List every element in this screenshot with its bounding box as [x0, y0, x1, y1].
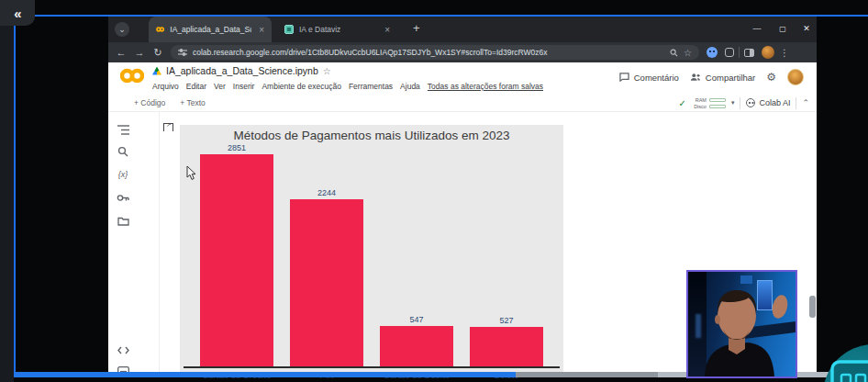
divider	[796, 97, 796, 109]
account-avatar[interactable]	[787, 69, 804, 85]
robot-cassette-icon	[830, 360, 868, 382]
add-code-button[interactable]: + Código	[134, 98, 165, 107]
zoom-icon[interactable]	[670, 49, 678, 57]
ram-usage-bar	[709, 98, 726, 102]
collapse-sidebar-button[interactable]: «	[0, 0, 35, 26]
bar-boleto	[470, 327, 543, 366]
menu-item-editar[interactable]: Editar	[186, 82, 206, 91]
table-of-contents-icon[interactable]	[115, 121, 131, 138]
collapse-toolbar-icon[interactable]: ⌃	[802, 98, 809, 107]
bar-cartão-de-débito	[380, 326, 453, 366]
colab-favicon	[156, 26, 164, 33]
robot-face-icon	[746, 98, 755, 107]
colab-header: IA_aplicada_a_Data_Science.ipynb ☆ Arqui…	[108, 62, 817, 94]
bar-value-label: 2851	[192, 143, 282, 152]
browser-profile-avatar[interactable]	[762, 46, 774, 59]
bar-cartão-de-crédito	[200, 154, 273, 366]
url-bar[interactable]: colab.research.google.com/drive/1Ctb8UDk…	[171, 45, 699, 60]
video-left-border	[14, 15, 16, 377]
tab-title: IA_aplicada_a_Data_Science.ipy	[170, 25, 251, 34]
extensions-icon[interactable]	[725, 48, 734, 57]
disk-label: Disco	[692, 104, 707, 109]
extension-colab-icon[interactable]	[707, 47, 718, 58]
reload-button[interactable]: ↻	[149, 47, 167, 59]
bar-value-label: 527	[462, 316, 551, 325]
browser-tab-bar: ⌄ IA_aplicada_a_Data_Science.ipy × IA e …	[108, 17, 817, 42]
mouse-cursor	[186, 165, 197, 181]
resources-indicator[interactable]: RAM Disco	[692, 97, 726, 109]
channel-brand-logo	[823, 344, 868, 382]
chart-title: Métodos de Pagamentos mais Utilizados em…	[180, 129, 563, 142]
webcam-overlay	[686, 270, 797, 378]
people-icon	[690, 73, 701, 82]
resources-caret-icon[interactable]: ▾	[731, 99, 735, 107]
video-frame: « ⌄ IA_aplicada_a_Data_Science.ipy × IA …	[0, 0, 868, 382]
colab-ai-button[interactable]: Colab AI	[746, 98, 790, 107]
menu-item-ver[interactable]: Ver	[214, 82, 226, 91]
menu-item-ferramentas[interactable]: Ferramentas	[349, 82, 393, 91]
code-snippets-icon[interactable]	[115, 342, 131, 358]
progress-played	[14, 372, 516, 377]
chart-figure: Métodos de Pagamentos mais Utilizados em…	[180, 125, 563, 372]
dataviz-favicon	[284, 25, 294, 34]
bar-pix	[290, 199, 363, 366]
back-button[interactable]: ←	[112, 47, 130, 58]
secrets-key-icon[interactable]	[115, 189, 131, 206]
comment-icon	[619, 73, 629, 82]
browser-menu-button[interactable]: ⋮	[780, 48, 789, 58]
presenter-person	[688, 272, 796, 376]
tab-close-button[interactable]: ×	[384, 25, 390, 35]
search-icon[interactable]	[115, 143, 131, 160]
menu-item-inserir[interactable]: Inserir	[233, 82, 255, 91]
files-folder-icon[interactable]	[115, 212, 131, 229]
player-left-strip	[0, 0, 14, 382]
save-status-link[interactable]: Todas as alterações foram salvas	[428, 82, 543, 91]
tab-title: IA e Dataviz	[299, 25, 340, 34]
bar-value-label: 2244	[282, 188, 372, 197]
comment-button[interactable]: Comentário	[619, 73, 679, 83]
divider	[739, 47, 740, 58]
variables-icon[interactable]: {x}	[115, 166, 131, 183]
menu-item-ambiente-de-execução[interactable]: Ambiente de execução	[262, 82, 340, 91]
colab-menu-bar: ArquivoEditarVerInserirAmbiente de execu…	[152, 82, 543, 91]
settings-gear-icon[interactable]: ⚙	[766, 71, 776, 84]
notebook-filename[interactable]: IA_aplicada_a_Data_Science.ipynb	[166, 65, 318, 76]
chevron-down-icon: ⌄	[118, 25, 126, 34]
tab-dataviz[interactable]: IA e Dataviz ×	[277, 17, 406, 42]
split-screen-icon[interactable]	[744, 49, 754, 57]
url-text[interactable]: colab.research.google.com/drive/1Ctb8UDk…	[193, 48, 664, 57]
comment-label: Comentário	[634, 73, 679, 83]
window-close-button[interactable]: ✕	[797, 19, 816, 38]
star-favorite-icon[interactable]: ☆	[323, 66, 331, 76]
scrollbar-thumb[interactable]	[809, 296, 816, 318]
divider	[740, 97, 740, 109]
bar-value-label: 547	[372, 315, 462, 324]
share-button[interactable]: Compartilhar	[690, 73, 755, 83]
tab-search-button[interactable]: ⌄	[115, 22, 129, 37]
new-tab-button[interactable]: +	[413, 21, 420, 35]
browser-nav-bar: ← → ↻ colab.research.google.com/drive/1C…	[108, 42, 817, 62]
window-maximize-button[interactable]: ▢	[773, 19, 792, 38]
share-label: Compartilhar	[706, 73, 755, 83]
x-axis-line	[184, 366, 560, 368]
menu-item-arquivo[interactable]: Arquivo	[152, 82, 179, 91]
add-text-button[interactable]: + Texto	[180, 98, 206, 107]
tab-colab-notebook[interactable]: IA_aplicada_a_Data_Science.ipy ×	[149, 17, 272, 42]
colab-ai-label: Colab AI	[759, 98, 790, 107]
window-minimize-button[interactable]: —	[748, 19, 766, 38]
tab-close-button[interactable]: ×	[259, 25, 264, 35]
notebook-toolbar: + Código + Texto ✓ RAM Disco ▾ Colab AI …	[108, 94, 817, 112]
disk-usage-bar	[709, 105, 726, 108]
colab-logo	[120, 68, 144, 84]
colab-sidebar: {x}	[108, 112, 160, 372]
menu-item-ajuda[interactable]: Ajuda	[400, 82, 420, 91]
open-output-icon[interactable]	[163, 123, 173, 131]
bookmark-star-icon[interactable]: ☆	[684, 48, 692, 58]
connected-check-icon: ✓	[679, 98, 686, 108]
site-settings-icon[interactable]	[178, 49, 187, 56]
drive-icon	[152, 67, 161, 75]
ram-label: RAM	[692, 97, 707, 103]
forward-button[interactable]: →	[130, 47, 149, 58]
